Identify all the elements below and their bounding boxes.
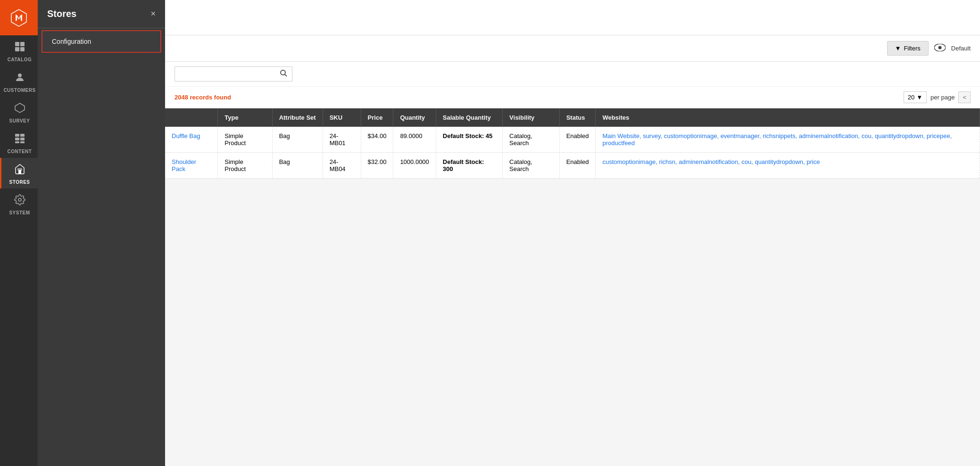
svg-rect-0 <box>15 42 19 46</box>
stores-icon <box>14 164 25 178</box>
records-row: 2048 records found 20 ▼ per page < <box>165 87 980 108</box>
per-page-dropdown-icon: ▼ <box>916 94 922 101</box>
customers-icon <box>14 72 25 86</box>
stores-label: STORES <box>9 180 30 185</box>
sidebar-item-customers[interactable]: CUSTOMERS <box>0 66 38 97</box>
system-label: SYSTEM <box>9 210 30 215</box>
salable-qty-value: Default Stock: 300 <box>443 158 484 172</box>
submenu-header: Stores × <box>38 0 165 28</box>
col-attribute-set: Attribute Set <box>272 108 323 127</box>
product-type-cell: Simple Product <box>218 127 272 153</box>
search-input[interactable] <box>180 71 280 78</box>
per-page-label: per page <box>930 94 955 101</box>
sidebar-item-stores[interactable]: STORES <box>0 158 38 188</box>
magento-logo <box>9 8 29 28</box>
content-area: ▼ Filters Default <box>165 35 980 466</box>
default-view-label: Default <box>951 45 971 52</box>
records-count: 2048 records found <box>174 94 231 101</box>
product-price-cell: $34.00 <box>361 127 393 153</box>
product-link-shoulder-pack[interactable]: Shoulder Pack <box>172 158 196 172</box>
catalog-icon <box>14 41 25 55</box>
per-page-value: 20 <box>908 94 914 101</box>
filter-icon: ▼ <box>895 45 901 52</box>
table-header-row: Type Attribute Set SKU Price Quantity Sa… <box>165 108 980 127</box>
svg-rect-8 <box>15 138 19 140</box>
logo-area <box>0 0 38 35</box>
submenu-close-button[interactable]: × <box>150 9 156 19</box>
submenu-item-configuration[interactable]: Configuration <box>42 30 161 53</box>
col-quantity: Quantity <box>393 108 436 127</box>
survey-label: SURVEY <box>9 118 30 123</box>
product-name-cell: Shoulder Pack <box>165 153 218 179</box>
product-salable-qty-cell: Default Stock: 45 <box>436 127 502 153</box>
product-sku-cell: 24-MB04 <box>323 153 361 179</box>
svg-point-16 <box>938 46 941 49</box>
product-websites-cell: customoptionimage, richsn, adminemalnoti… <box>596 153 980 179</box>
table-row: Duffle Bag Simple Product Bag 24-MB01 $3… <box>165 127 980 153</box>
products-table: Type Attribute Set SKU Price Quantity Sa… <box>165 108 980 179</box>
salable-qty-value: Default Stock: 45 <box>443 132 492 139</box>
product-visibility-cell: Catalog, Search <box>503 153 560 179</box>
table-row: Shoulder Pack Simple Product Bag 24-MB04… <box>165 153 980 179</box>
product-quantity-cell: 89.0000 <box>393 127 436 153</box>
websites-list: customoptionimage, richsn, adminemalnoti… <box>602 158 820 165</box>
sidebar-item-content[interactable]: CONTENT <box>0 127 38 158</box>
sidebar-item-catalog[interactable]: CATALOG <box>0 35 38 66</box>
catalog-label: CATALOG <box>8 57 32 62</box>
toolbar-row: ▼ Filters Default <box>165 35 980 62</box>
icon-sidebar: CATALOG CUSTOMERS SURVEY CONTENT STORES … <box>0 0 38 466</box>
content-icon <box>14 133 25 147</box>
submenu-item-label: Configuration <box>52 38 91 45</box>
product-sku-cell: 24-MB01 <box>323 127 361 153</box>
product-price-cell: $32.00 <box>361 153 393 179</box>
product-status-cell: Enabled <box>559 153 596 179</box>
svg-rect-10 <box>15 141 19 143</box>
product-status-cell: Enabled <box>559 127 596 153</box>
col-salable-quantity: Salable Quantity <box>436 108 502 127</box>
svg-point-17 <box>281 70 285 75</box>
sidebar-item-survey[interactable]: SURVEY <box>0 97 38 127</box>
columns-button[interactable] <box>934 43 946 54</box>
product-link-duffle-bag[interactable]: Duffle Bag <box>172 132 200 139</box>
product-salable-qty-cell: Default Stock: 300 <box>436 153 502 179</box>
col-websites: Websites <box>596 108 980 127</box>
websites-list: Main Website, survey, customoptionimage,… <box>602 132 952 147</box>
svg-line-18 <box>285 74 287 76</box>
product-websites-cell: Main Website, survey, customoptionimage,… <box>596 127 980 153</box>
product-type-cell: Simple Product <box>218 153 272 179</box>
product-attr-set-cell: Bag <box>272 127 323 153</box>
submenu-title: Stores <box>47 8 76 19</box>
svg-point-14 <box>18 198 21 201</box>
filters-label: Filters <box>904 45 920 52</box>
sidebar-item-system[interactable]: SYSTEM <box>0 188 38 219</box>
survey-icon <box>14 102 25 116</box>
content-label: CONTENT <box>8 149 32 154</box>
main-content: ▼ Filters Default <box>165 0 980 466</box>
svg-rect-11 <box>20 141 25 143</box>
stores-submenu-panel: Stores × Configuration <box>38 0 165 466</box>
svg-rect-13 <box>17 168 22 171</box>
system-icon <box>14 194 25 208</box>
product-visibility-cell: Catalog, Search <box>503 127 560 153</box>
svg-point-4 <box>18 74 22 77</box>
customers-label: CUSTOMERS <box>3 88 35 93</box>
svg-rect-3 <box>20 47 25 51</box>
svg-rect-12 <box>18 170 21 174</box>
svg-rect-7 <box>20 134 25 137</box>
col-name <box>165 108 218 127</box>
col-status: Status <box>559 108 596 127</box>
search-box <box>174 66 292 82</box>
product-quantity-cell: 1000.0000 <box>393 153 436 179</box>
col-sku: SKU <box>323 108 361 127</box>
filters-button[interactable]: ▼ Filters <box>887 41 929 56</box>
prev-page-button[interactable]: < <box>958 91 971 103</box>
svg-rect-2 <box>15 47 19 51</box>
search-button[interactable] <box>280 69 287 79</box>
product-name-cell: Duffle Bag <box>165 127 218 153</box>
per-page-select[interactable]: 20 ▼ <box>904 91 927 103</box>
col-type: Type <box>218 108 272 127</box>
product-attr-set-cell: Bag <box>272 153 323 179</box>
svg-rect-6 <box>15 134 19 137</box>
search-row <box>165 62 980 87</box>
svg-marker-5 <box>15 103 25 113</box>
